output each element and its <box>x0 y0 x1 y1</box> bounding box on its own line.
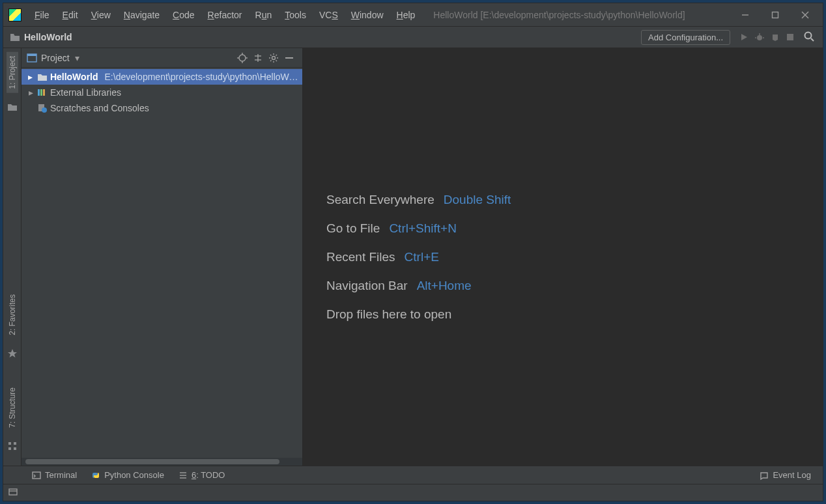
menu-run[interactable]: Run <box>249 7 279 23</box>
tab-todo[interactable]: 6: TODO <box>178 470 225 480</box>
libraries-icon <box>37 88 48 97</box>
svg-rect-11 <box>8 442 11 445</box>
svg-point-4 <box>757 35 762 40</box>
gutter-tab-project[interactable]: 1: Project <box>7 52 18 93</box>
debug-icon[interactable] <box>755 33 764 42</box>
svg-rect-1 <box>773 12 778 18</box>
run-config-selector[interactable]: Add Configuration... <box>641 30 730 45</box>
menu-edit[interactable]: Edit <box>56 7 85 23</box>
tab-terminal[interactable]: Terminal <box>32 470 77 480</box>
tree-node-label: External Libraries <box>50 87 121 98</box>
locate-icon[interactable] <box>235 50 250 66</box>
chevron-down-icon[interactable]: ▾ <box>75 53 79 63</box>
run-icon[interactable] <box>739 33 748 42</box>
tab-event-log[interactable]: Event Log <box>760 470 811 480</box>
menu-view[interactable]: View <box>85 7 117 23</box>
tab-python-console[interactable]: Python Console <box>91 470 164 480</box>
tip-search-everywhere: Search Everywhere Double Shift <box>326 193 511 207</box>
tab-label: Python Console <box>104 470 164 480</box>
folder-icon <box>10 33 20 42</box>
menu-code[interactable]: Code <box>166 7 201 23</box>
tip-shortcut: Double Shift <box>444 193 511 207</box>
scratches-icon <box>37 104 48 113</box>
left-tool-gutter: 1: Project 2: Favorites 7: Structure <box>3 48 21 466</box>
collapse-all-icon[interactable] <box>250 50 266 66</box>
tip-label: Go to File <box>326 221 380 236</box>
event-log-icon <box>760 471 769 480</box>
project-panel-title[interactable]: Project <box>41 53 70 63</box>
window-title-path: HelloWorld [E:\development\projects-stud… <box>433 10 730 20</box>
tree-scratches[interactable]: Scratches and Consoles <box>21 100 302 116</box>
project-view-icon <box>27 53 37 63</box>
menu-file[interactable]: File <box>28 7 56 23</box>
minimize-button[interactable] <box>730 3 760 27</box>
gutter-tab-structure[interactable]: 7: Structure <box>7 384 18 432</box>
tip-label: Search Everywhere <box>326 193 434 207</box>
bottom-tool-tabs: Terminal Python Console 6: TODO Event Lo… <box>3 466 823 484</box>
terminal-icon <box>32 471 41 480</box>
tip-shortcut: Ctrl+Shift+N <box>389 221 456 236</box>
editor-empty-state[interactable]: Search Everywhere Double Shift Go to Fil… <box>303 48 823 466</box>
tip-navigation-bar: Navigation Bar Alt+Home <box>326 279 511 293</box>
drop-hint: Drop files here to open <box>326 307 511 322</box>
svg-rect-14 <box>14 447 16 450</box>
breadcrumb-project[interactable]: HelloWorld <box>24 32 72 42</box>
menu-help[interactable]: Help <box>390 7 422 23</box>
tree-root-name: HelloWorld <box>50 72 98 82</box>
svg-point-26 <box>272 56 276 59</box>
navigation-bar: HelloWorld Add Configuration... <box>3 27 823 48</box>
tip-recent-files: Recent Files Ctrl+E <box>326 250 511 264</box>
svg-rect-8 <box>787 34 793 40</box>
tab-label: Terminal <box>45 470 77 480</box>
svg-rect-30 <box>43 89 45 96</box>
svg-point-9 <box>805 32 812 38</box>
todo-icon <box>178 471 188 480</box>
menu-tools[interactable]: Tools <box>278 7 313 23</box>
star-icon[interactable] <box>7 348 18 359</box>
close-button[interactable] <box>790 3 820 27</box>
svg-rect-13 <box>8 447 11 450</box>
stop-icon[interactable] <box>786 33 794 41</box>
svg-rect-33 <box>33 472 40 479</box>
menu-navigate[interactable]: Navigate <box>117 7 166 23</box>
chevron-right-icon[interactable]: ▸ <box>27 72 35 82</box>
tip-shortcut: Alt+Home <box>417 279 472 293</box>
tree-external-libraries[interactable]: ▸ External Libraries <box>21 85 302 100</box>
tool-windows-toggle-icon[interactable] <box>8 487 18 499</box>
project-panel-header: Project ▾ <box>21 48 302 68</box>
tree-node-label: Scratches and Consoles <box>50 103 149 113</box>
svg-rect-16 <box>27 54 36 56</box>
status-bar <box>3 484 823 501</box>
folder-closed-icon[interactable] <box>7 102 18 113</box>
tip-shortcut: Ctrl+E <box>405 250 439 264</box>
tip-label: Recent Files <box>326 250 395 264</box>
project-tree[interactable]: ▸ HelloWorld E:\development\projects-stu… <box>21 68 302 466</box>
structure-icon[interactable] <box>7 441 18 451</box>
svg-rect-12 <box>14 442 16 445</box>
svg-rect-28 <box>38 89 40 96</box>
ide-window: File Edit View Navigate Code Refactor Ru… <box>3 3 823 501</box>
window-controls <box>730 3 820 27</box>
hide-panel-icon[interactable] <box>281 50 297 66</box>
tab-label: Event Log <box>773 470 811 480</box>
chevron-right-icon[interactable]: ▸ <box>27 87 35 98</box>
project-panel: Project ▾ ▸ HelloWorld E:\development\pr… <box>21 48 303 466</box>
svg-point-32 <box>42 107 47 113</box>
menu-refactor[interactable]: Refactor <box>201 7 249 23</box>
svg-rect-37 <box>9 489 17 495</box>
tree-root-path: E:\development\projects-study\python\Hel… <box>105 72 302 82</box>
search-icon[interactable] <box>803 31 815 44</box>
gutter-tab-favorites[interactable]: 2: Favorites <box>7 290 18 339</box>
menu-window[interactable]: Window <box>345 7 390 23</box>
tree-root[interactable]: ▸ HelloWorld E:\development\projects-stu… <box>21 69 302 85</box>
python-icon <box>91 471 100 480</box>
tips-list: Search Everywhere Double Shift Go to Fil… <box>326 193 511 322</box>
menu-vcs[interactable]: VCS <box>313 7 345 23</box>
horizontal-scrollbar[interactable] <box>21 458 302 466</box>
gear-icon[interactable] <box>266 50 281 66</box>
maximize-button[interactable] <box>760 3 790 27</box>
svg-rect-29 <box>40 89 42 96</box>
scrollbar-thumb[interactable] <box>25 459 279 464</box>
menubar: File Edit View Navigate Code Refactor Ru… <box>3 3 823 27</box>
coverage-icon[interactable] <box>771 33 780 42</box>
